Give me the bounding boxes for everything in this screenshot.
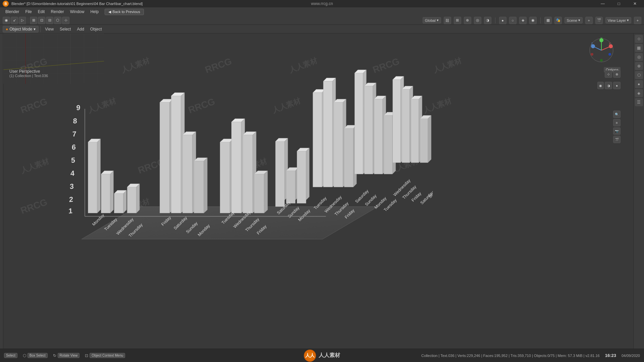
svg-marker-32 — [181, 93, 184, 213]
menu-file[interactable]: File — [22, 9, 34, 15]
toolbar-grid-icon[interactable]: ⊞ — [454, 17, 461, 24]
maximize-button[interactable]: □ — [611, 0, 627, 7]
svg-marker-34 — [182, 132, 196, 135]
scene-dropdown[interactable]: Scene ▾ — [565, 17, 583, 23]
toolbar-camera-icon[interactable]: ▦ — [544, 17, 552, 24]
bar-7-3 — [411, 96, 422, 163]
toolbar-render-icon[interactable]: ◉ — [529, 17, 537, 24]
toolbar-icon-5[interactable]: ⊡ — [38, 17, 45, 24]
select-key[interactable]: Select — [4, 353, 17, 358]
menu-render[interactable]: Render — [48, 9, 66, 15]
menu-help[interactable]: Help — [88, 9, 101, 15]
toolbar-icon-2[interactable]: ↙ — [11, 17, 18, 24]
svg-text:Monday: Monday — [297, 208, 311, 222]
svg-marker-71 — [353, 125, 357, 187]
watermark-url: www.rrcg.cn — [311, 1, 333, 6]
svg-text:6: 6 — [72, 143, 76, 152]
toolbar-right-group: Global ▾ ⛓ ⊞ ⊕ ◎ ◑ ● ○ ◈ ◉ ▦ 🎭 Scene ▾ +… — [423, 17, 641, 24]
context-menu-key[interactable]: Object Context Menu — [90, 353, 125, 358]
rp-icon-4[interactable]: ⊕ — [635, 62, 643, 70]
viewport-xray-icon[interactable]: ◑ — [605, 82, 612, 89]
close-button[interactable]: ✕ — [627, 0, 643, 7]
svg-rect-78 — [374, 99, 382, 174]
toolbar-icon-1[interactable]: ◉ — [3, 17, 10, 24]
svg-marker-46 — [243, 132, 256, 135]
svg-marker-56 — [295, 168, 299, 200]
svg-text:Thursday: Thursday — [334, 201, 350, 217]
svg-marker-17 — [97, 139, 101, 213]
rp-icon-6[interactable]: ● — [635, 80, 643, 88]
back-to-previous-button[interactable]: ◀ Back to Previous — [105, 9, 144, 15]
menu-window[interactable]: Window — [67, 9, 87, 15]
search-icon-btn[interactable]: 🔍 — [613, 111, 621, 118]
toolbar-icon-6[interactable]: ⊟ — [46, 17, 53, 24]
svg-marker-26 — [136, 184, 140, 213]
global-dropdown[interactable]: Global ▾ — [423, 17, 441, 23]
view-menu-item[interactable]: View — [42, 26, 56, 32]
toolbar-scene-icon[interactable]: 🎭 — [554, 17, 562, 24]
rp-icon-1[interactable]: ⊹ — [635, 35, 643, 43]
watermark-18: RRCG — [19, 197, 49, 216]
toolbar-add-layer-icon[interactable]: + — [634, 17, 641, 24]
view-layer-dropdown[interactable]: View Layer ▾ — [605, 17, 631, 23]
bar-2-1 — [160, 99, 173, 213]
box-select-key[interactable]: Box Select — [28, 353, 48, 358]
toolbar-icon-7[interactable]: ⬡ — [54, 17, 61, 24]
object-menu-item[interactable]: Object — [88, 26, 105, 32]
window-controls[interactable]: — □ ✕ — [595, 0, 644, 7]
svg-rect-66 — [334, 102, 343, 187]
svg-text:Wednesday: Wednesday — [232, 210, 252, 229]
add-menu-item[interactable]: Add — [74, 26, 87, 32]
stats-text: Collection | Text.036 | Verts:229,246 | … — [421, 354, 600, 358]
rp-icon-2[interactable]: ▦ — [635, 44, 643, 52]
select-menu-item[interactable]: Select — [57, 26, 73, 32]
menu-edit[interactable]: Edit — [35, 9, 48, 15]
toolbar-solid-icon[interactable]: ● — [499, 17, 506, 24]
toolbar-render-prev-icon[interactable]: ◈ — [519, 17, 527, 24]
toolbar-top: ◉ ↙ ▷ ⊞ ⊡ ⊟ ⬡ ⊹ Global ▾ ⛓ ⊞ ⊕ ◎ ◑ ● ○ ◈… — [0, 16, 644, 25]
toolbar-add-scene-icon[interactable]: + — [585, 17, 593, 24]
toolbar-icon-8[interactable]: ⊹ — [62, 17, 69, 24]
viewport-overlay-icon[interactable]: ⊕ — [613, 70, 621, 78]
menu-blender[interactable]: Blender — [3, 9, 22, 15]
svg-text:9: 9 — [76, 104, 80, 112]
toolbar-second: ● Object Mode ▾ View Select Add Object — [0, 25, 644, 34]
toolbar-chain-icon[interactable]: ⛓ — [444, 17, 451, 24]
viewport-render-icon[interactable]: ◉ — [597, 82, 604, 89]
viewport-shade-icon[interactable]: ⊹ — [605, 70, 612, 78]
toolbar-wire-icon[interactable]: ○ — [509, 17, 517, 24]
svg-rect-45 — [243, 135, 253, 213]
toolbar-overlay-icon[interactable]: ◎ — [474, 17, 481, 24]
svg-text:Friday: Friday — [160, 215, 172, 227]
mode-sep — [40, 26, 41, 32]
svg-rect-87 — [402, 89, 410, 163]
minimize-button[interactable]: — — [595, 0, 610, 7]
svg-text:Saturday: Saturday — [173, 215, 188, 231]
rp-icon-7[interactable]: ◈ — [635, 89, 643, 97]
viewport-solid-icon[interactable]: ● — [613, 82, 621, 89]
svg-marker-79 — [374, 96, 386, 99]
toolbar-snap-icon[interactable]: ⊕ — [464, 17, 471, 24]
camera-icon-btn[interactable]: 📷 — [613, 127, 621, 135]
viewport-3d[interactable]: User Perspective (1) Collection | Text.0… — [3, 34, 633, 349]
navigation-gizmo[interactable]: X Y Z — [588, 37, 615, 64]
svg-marker-47 — [253, 132, 256, 213]
bar-7-1 — [393, 76, 404, 163]
rp-icon-5[interactable]: ⬡ — [635, 71, 643, 79]
toolbar-icon-4[interactable]: ⊞ — [30, 17, 37, 24]
toolbar-xray-icon[interactable]: ◑ — [484, 17, 491, 24]
filter-icon-btn[interactable]: ≡ — [613, 119, 621, 126]
svg-marker-35 — [192, 132, 196, 213]
rp-icon-3[interactable]: ◎ — [635, 53, 643, 61]
collection-label: (1) Collection | Text.036 — [9, 74, 48, 78]
object-mode-dropdown[interactable]: ● Object Mode ▾ — [3, 26, 39, 33]
rp-icon-8[interactable]: ☰ — [635, 98, 643, 106]
rotate-view-key[interactable]: Rotate View — [58, 353, 80, 358]
svg-text:Thursday: Thursday — [401, 184, 418, 200]
svg-text:7: 7 — [72, 130, 76, 138]
toolbar-render-props-icon[interactable]: 🎬 — [595, 17, 603, 24]
render-icon-btn[interactable]: 🎬 — [613, 136, 621, 143]
toolbar-icon-3[interactable]: ▷ — [19, 17, 26, 24]
watermark-11: RRCG — [355, 96, 384, 116]
svg-rect-51 — [275, 141, 284, 206]
